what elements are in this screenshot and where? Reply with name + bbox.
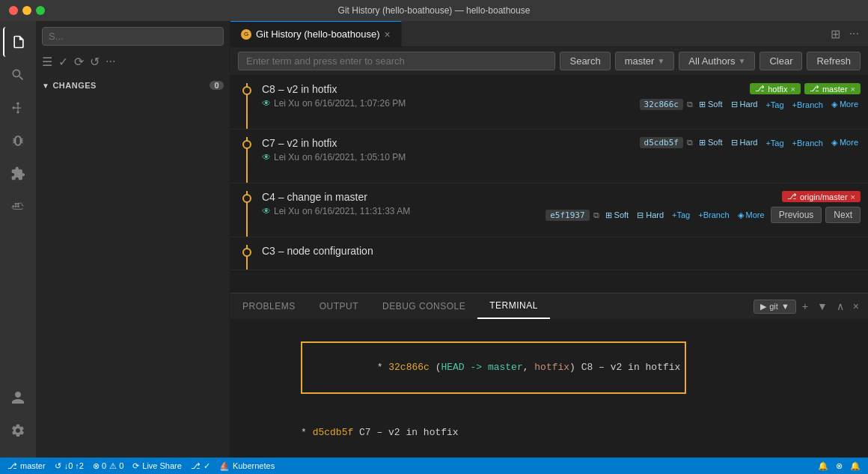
reset-hard-button[interactable]: ⊟ Hard [635, 210, 666, 221]
add-branch-button[interactable]: +Branch [696, 210, 731, 220]
reset-hard-button[interactable]: ⊟ Hard [729, 137, 760, 148]
add-branch-button[interactable]: +Branch [790, 100, 825, 110]
fullscreen-traffic-light[interactable] [36, 6, 45, 15]
tag-hotfix: ⎇ hotfix × [750, 83, 801, 94]
status-errors[interactable]: ⊗ 0 ⚠ 0 [93, 461, 123, 471]
status-branch[interactable]: ⎇ master [7, 461, 46, 471]
refresh-button[interactable]: Refresh [807, 52, 861, 70]
remove-master-button[interactable]: × [851, 85, 855, 94]
status-notification[interactable]: 🔔 [818, 461, 828, 471]
minimize-traffic-light[interactable] [22, 6, 31, 15]
commit-item[interactable]: C7 – v2 in hotfix 👁 Lei Xu on 6/16/2021,… [230, 130, 868, 183]
git-search-input[interactable] [238, 52, 555, 70]
git-history-list[interactable]: C8 – v2 in hotfix 👁 Lei Xu on 6/16/2021,… [230, 76, 868, 293]
sidebar-chevron-icon: ▼ [42, 82, 49, 90]
activity-files-icon[interactable] [3, 27, 33, 57]
add-tag-button[interactable]: +Tag [763, 138, 786, 148]
activity-bar [0, 21, 36, 458]
split-terminal-button[interactable]: ▼ [814, 299, 831, 314]
commit-item[interactable]: C8 – v2 in hotfix 👁 Lei Xu on 6/16/2021,… [230, 76, 868, 130]
title-bar: Git History (hello-boathouse) — hello-bo… [0, 0, 868, 21]
commit-graph [238, 245, 256, 270]
branch-name: master [20, 461, 46, 470]
status-sync[interactable]: ↺ ↓0 ↑2 [55, 461, 84, 471]
sync-icon: ↺ [55, 461, 61, 471]
split-editor-button[interactable]: ⊞ [828, 25, 843, 43]
copy-hash-button[interactable]: ⧉ [593, 210, 599, 220]
commit-info: C3 – node configuration [262, 245, 861, 270]
branch-icon: ⎇ [755, 84, 765, 94]
search-button[interactable]: Search [560, 52, 610, 70]
activity-search-icon[interactable] [3, 60, 33, 90]
commit-title: C3 – node configuration [262, 245, 861, 257]
clear-button[interactable]: Clear [760, 52, 802, 70]
sidebar-more-icon[interactable]: ··· [106, 55, 115, 69]
more-button[interactable]: ◈ More [829, 137, 861, 148]
sidebar-search-input[interactable] [42, 27, 224, 46]
add-terminal-button[interactable]: + [799, 299, 811, 314]
tab-debug-console[interactable]: DEBUG CONSOLE [370, 294, 477, 319]
commit-hash: 32c866c [640, 99, 683, 110]
status-git-check[interactable]: ⎇ ✓ [191, 461, 210, 471]
reset-soft-button[interactable]: ⊞ Soft [697, 137, 725, 148]
sidebar-refresh-icon[interactable]: ↺ [90, 55, 100, 69]
activity-settings-icon[interactable] [3, 416, 33, 446]
close-panel-button[interactable]: × [850, 299, 862, 314]
git-history-tab[interactable]: G Git History (hello-boathouse) × [230, 21, 402, 46]
terminal-run-icon: ▶ [760, 302, 766, 312]
status-error-count[interactable]: ⊗ [836, 461, 843, 471]
authors-dropdown-button[interactable]: All Authors ▼ [679, 52, 755, 70]
maximize-panel-button[interactable]: ∧ [834, 299, 847, 314]
reset-hard-button[interactable]: ⊟ Hard [729, 99, 760, 110]
svg-rect-4 [15, 205, 16, 207]
more-actions-button[interactable]: ··· [846, 25, 862, 43]
activity-extensions-icon[interactable] [3, 159, 33, 189]
activity-git-icon[interactable] [3, 93, 33, 123]
terminal-dropdown-button[interactable]: ▶ git ▼ [754, 300, 796, 314]
add-tag-button[interactable]: +Tag [670, 210, 692, 220]
tag-master: ⎇ master × [804, 83, 861, 94]
commit-graph [238, 137, 256, 183]
app-body: ☰ ✓ ⟳ ↺ ··· ▼ Changes 0 G Git History (h… [0, 21, 868, 458]
activity-account-icon[interactable] [3, 383, 33, 413]
commit-hash: e5f1937 [545, 210, 589, 221]
tab-close-button[interactable]: × [384, 28, 390, 40]
reset-soft-button[interactable]: ⊞ Soft [697, 99, 725, 110]
commit-item[interactable]: C4 – change in master 👁 Lei Xu on 6/16/2… [230, 183, 868, 237]
commit-graph [238, 83, 256, 129]
remove-hotfix-button[interactable]: × [791, 85, 795, 94]
sidebar-history-icon[interactable]: ⟳ [74, 55, 84, 69]
sidebar-list-icon[interactable]: ☰ [42, 55, 52, 69]
tab-terminal[interactable]: TERMINAL [477, 294, 550, 319]
tab-output[interactable]: OUTPUT [308, 294, 370, 319]
remove-origin-button[interactable]: × [851, 192, 855, 201]
previous-button[interactable]: Previous [771, 207, 822, 223]
reset-soft-button[interactable]: ⊞ Soft [603, 210, 632, 221]
commit-dot [242, 140, 251, 149]
warnings-count: ⚠ 0 [109, 461, 123, 471]
commit-dot [242, 248, 251, 257]
close-traffic-light[interactable] [9, 6, 18, 15]
tag-origin-master: ⎇ origin/master × [782, 191, 861, 202]
branch-dropdown-button[interactable]: master ▼ [615, 52, 675, 70]
more-button[interactable]: ◈ More [829, 99, 861, 110]
kubernetes-icon: ⛵ [219, 461, 230, 471]
more-button[interactable]: ◈ More [736, 210, 767, 221]
activity-debug-icon[interactable] [3, 126, 33, 156]
commit-item[interactable]: C3 – node configuration [230, 237, 868, 270]
commit-author: 👁 Lei Xu on 6/16/2021, 1:07:26 PM [262, 98, 632, 109]
add-tag-button[interactable]: +Tag [763, 100, 786, 110]
add-branch-button[interactable]: +Branch [790, 138, 825, 148]
next-button[interactable]: Next [825, 207, 861, 223]
copy-hash-button[interactable]: ⧉ [687, 100, 693, 109]
copy-hash-button[interactable]: ⧉ [687, 138, 693, 148]
tab-problems[interactable]: PROBLEMS [230, 294, 308, 319]
activity-docker-icon[interactable] [3, 192, 33, 222]
sidebar-check-icon[interactable]: ✓ [58, 55, 68, 69]
status-bar: ⎇ master ↺ ↓0 ↑2 ⊗ 0 ⚠ 0 ⟳ Live Share ⎇ … [0, 458, 868, 474]
main-content: G Git History (hello-boathouse) × ⊞ ··· … [230, 21, 868, 458]
status-kubernetes[interactable]: ⛵ Kubernetes [219, 461, 275, 471]
sidebar-changes-header[interactable]: ▼ Changes 0 [42, 78, 224, 93]
status-bell[interactable]: 🔔 [850, 461, 861, 471]
status-live-share[interactable]: ⟳ Live Share [132, 461, 182, 471]
